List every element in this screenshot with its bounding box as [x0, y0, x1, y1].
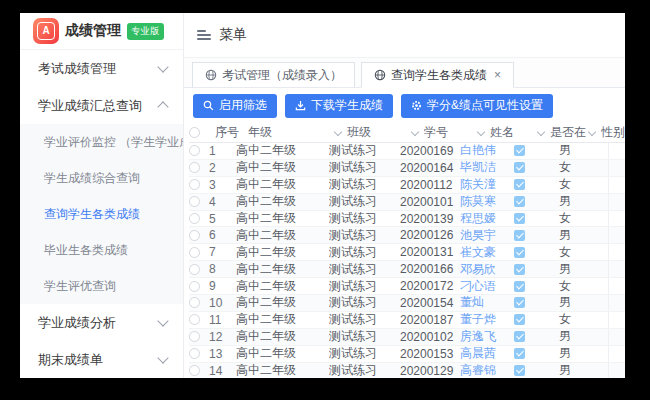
enrolled-checkbox[interactable]: [514, 145, 525, 156]
enrolled-checkbox[interactable]: [514, 230, 525, 241]
table-header-row: 序号 年级 班级 学号 姓名: [189, 123, 625, 143]
sidebar-subitem-label: 查询学生各类成绩: [44, 206, 140, 223]
student-name-link[interactable]: 池昊宇: [460, 227, 496, 243]
chevron-down-icon[interactable]: [537, 127, 545, 135]
enrolled-checkbox[interactable]: [514, 281, 525, 292]
enrolled-checkbox[interactable]: [514, 297, 525, 308]
sidebar-subitem-graduate-scores[interactable]: 毕业生各类成绩: [20, 232, 183, 268]
column-label: 序号: [215, 124, 239, 141]
table-row[interactable]: 6 高中二年级 测试练习 20200126 池昊宇 男: [189, 227, 625, 244]
enable-filter-button[interactable]: 启用筛选: [193, 94, 277, 118]
enrolled-checkbox[interactable]: [514, 365, 525, 376]
row-radio[interactable]: [189, 348, 200, 359]
table-row[interactable]: 4 高中二年级 测试练习 20200101 陈莫寒 男: [189, 194, 625, 211]
sidebar-item-exam-score-management[interactable]: 考试成绩管理: [20, 50, 183, 87]
table-row[interactable]: 9 高中二年级 测试练习 20200172 刁心语 女: [189, 278, 625, 295]
cell-filler: [609, 244, 625, 260]
student-name-link[interactable]: 白艳伟: [460, 143, 496, 159]
student-name-link[interactable]: 高睿锦: [460, 363, 496, 378]
student-name-link[interactable]: 陈莫寒: [460, 194, 496, 210]
table-row[interactable]: 12 高中二年级 测试练习 20200102 房逸飞 男: [189, 329, 625, 346]
sidebar-subitem-student-score-comprehensive-query[interactable]: 学生成绩综合查询: [20, 160, 183, 196]
table-row[interactable]: 5 高中二年级 测试练习 20200139 程思嫒 女: [189, 211, 625, 228]
table-row[interactable]: 13 高中二年级 测试练习 20200153 高晨茜 男: [189, 346, 625, 363]
student-name-link[interactable]: 崔文豪: [460, 244, 496, 260]
row-radio[interactable]: [189, 297, 200, 308]
cell-gender: 男: [559, 329, 609, 345]
student-name-link[interactable]: 高晨茜: [460, 346, 496, 362]
row-radio[interactable]: [189, 179, 200, 190]
student-name-link[interactable]: 邓易欣: [460, 261, 496, 277]
download-student-scores-button[interactable]: 下载学生成绩: [285, 94, 393, 118]
enrolled-checkbox[interactable]: [514, 213, 525, 224]
row-radio[interactable]: [189, 264, 200, 275]
check-icon: [516, 349, 524, 357]
column-label: 学号: [424, 124, 448, 141]
cell-class: 测试练习: [329, 329, 400, 345]
row-radio[interactable]: [189, 281, 200, 292]
table-row[interactable]: 2 高中二年级 测试练习 20200164 毕凯洁 女: [189, 160, 625, 177]
table-row[interactable]: 8 高中二年级 测试练习 20200166 邓易欣 男: [189, 261, 625, 278]
enrolled-checkbox[interactable]: [514, 179, 525, 190]
chevron-down-icon[interactable]: [477, 127, 485, 135]
sidebar-subitem-academic-evaluation-monitor[interactable]: 学业评价监控 （学生学业成绩: [20, 124, 183, 160]
cell-class: 测试练习: [329, 261, 400, 277]
student-name-link[interactable]: 房逸飞: [460, 329, 496, 345]
sidebar-subitem-student-award-query[interactable]: 学生评优查询: [20, 268, 183, 304]
student-name-link[interactable]: 董子烨: [460, 312, 496, 328]
table-row[interactable]: 7 高中二年级 测试练习 20200131 崔文豪 女: [189, 244, 625, 261]
column-header-student-id[interactable]: 学号: [424, 123, 490, 142]
sidebar-nav: 考试成绩管理 学业成绩汇总查询 学业评价监控 （学生学业成绩 学生成绩综合查询 …: [20, 50, 183, 378]
row-radio[interactable]: [189, 230, 200, 241]
row-radio[interactable]: [189, 331, 200, 342]
column-header-name[interactable]: 姓名: [490, 123, 550, 142]
tab-query-student-scores-active[interactable]: 查询学生各类成绩 ×: [361, 62, 514, 88]
enrolled-checkbox[interactable]: [514, 331, 525, 342]
menu-toggle-icon[interactable]: [197, 30, 211, 40]
student-name-link[interactable]: 陈关潼: [460, 177, 496, 193]
enrolled-checkbox[interactable]: [514, 264, 525, 275]
chevron-down-icon[interactable]: [588, 127, 596, 135]
row-radio[interactable]: [189, 162, 200, 173]
cell-grade: 高中二年级: [236, 227, 329, 243]
credit-gpa-visibility-settings-button[interactable]: 学分&绩点可见性设置: [401, 94, 553, 118]
column-header-class[interactable]: 班级: [347, 123, 424, 142]
column-header-gender[interactable]: 性别: [601, 123, 625, 142]
cell-filler: [609, 211, 625, 227]
chevron-down-icon[interactable]: [334, 127, 342, 135]
table-row[interactable]: 14 高中二年级 测试练习 20200129 高睿锦 男: [189, 363, 625, 378]
sidebar-item-final-report-card[interactable]: 期末成绩单: [20, 341, 183, 378]
enrolled-checkbox[interactable]: [514, 348, 525, 359]
tab-exam-management[interactable]: 考试管理（成绩录入）: [192, 62, 355, 88]
table-row[interactable]: 1 高中二年级 测试练习 20200169 白艳伟 男: [189, 143, 625, 160]
row-radio[interactable]: [189, 213, 200, 224]
chevron-down-icon[interactable]: [411, 127, 419, 135]
table-row[interactable]: 10 高中二年级 测试练习 20200154 董灿 男: [189, 295, 625, 312]
column-header-enrolled[interactable]: 是否在: [550, 123, 601, 142]
cell-filler: [609, 346, 625, 362]
sidebar-item-academic-score-analysis[interactable]: 学业成绩分析: [20, 304, 183, 341]
row-radio[interactable]: [189, 145, 200, 156]
enrolled-checkbox[interactable]: [514, 196, 525, 207]
cell-index: 7: [209, 244, 236, 260]
enrolled-checkbox[interactable]: [514, 314, 525, 325]
sidebar-subitem-query-student-scores-active[interactable]: 查询学生各类成绩: [20, 196, 183, 232]
row-radio[interactable]: [189, 247, 200, 258]
close-icon[interactable]: ×: [494, 69, 501, 81]
table-row[interactable]: 11 高中二年级 测试练习 20200187 董子烨 女: [189, 312, 625, 329]
row-radio[interactable]: [189, 314, 200, 325]
student-name-link[interactable]: 董灿: [460, 295, 484, 311]
enrolled-checkbox[interactable]: [514, 162, 525, 173]
row-radio[interactable]: [189, 365, 200, 376]
topbar: 菜单: [184, 13, 625, 58]
sidebar-item-academic-summary-query[interactable]: 学业成绩汇总查询: [20, 87, 183, 124]
student-name-link[interactable]: 刁心语: [460, 278, 496, 294]
enrolled-checkbox[interactable]: [514, 247, 525, 258]
table-row[interactable]: 3 高中二年级 测试练习 20200112 陈关潼 女: [189, 177, 625, 194]
cell-index: 1: [209, 143, 236, 159]
row-radio[interactable]: [189, 196, 200, 207]
student-name-link[interactable]: 毕凯洁: [460, 160, 496, 176]
student-name-link[interactable]: 程思嫒: [460, 211, 496, 227]
column-header-grade[interactable]: 年级: [248, 123, 347, 142]
select-all-radio[interactable]: [189, 123, 215, 142]
